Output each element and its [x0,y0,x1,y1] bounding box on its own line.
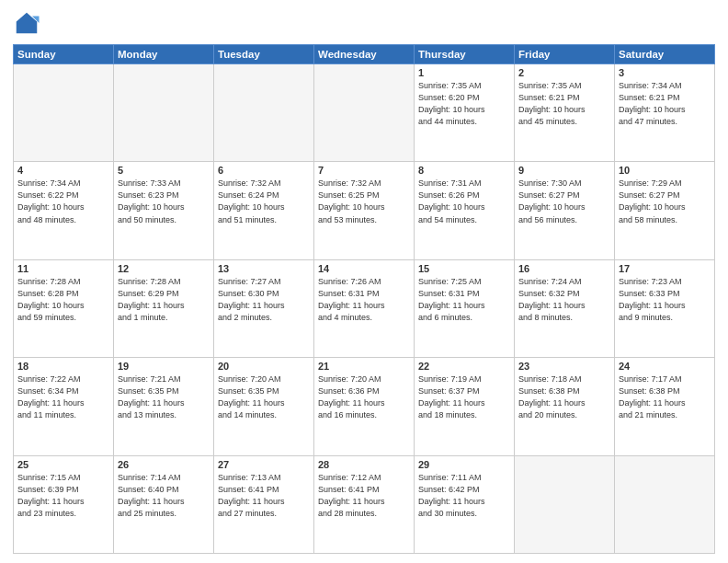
day-number: 10 [619,165,711,176]
logo-icon [13,9,40,37]
header-row: SundayMondayTuesdayWednesdayThursdayFrid… [14,45,715,64]
calendar-cell: 3Sunrise: 7:34 AM Sunset: 6:21 PM Daylig… [615,64,715,162]
weekday-header: Sunday [14,45,114,64]
calendar-week-row: 18Sunrise: 7:22 AM Sunset: 6:34 PM Dayli… [14,358,715,455]
calendar-cell: 27Sunrise: 7:13 AM Sunset: 6:41 PM Dayli… [214,455,314,553]
calendar-week-row: 4Sunrise: 7:34 AM Sunset: 6:22 PM Daylig… [14,162,715,259]
day-info: Sunrise: 7:30 AM Sunset: 6:27 PM Dayligh… [518,178,610,225]
calendar-cell: 1Sunrise: 7:35 AM Sunset: 6:20 PM Daylig… [415,64,515,162]
calendar-cell: 18Sunrise: 7:22 AM Sunset: 6:34 PM Dayli… [14,358,114,455]
weekday-header: Monday [114,45,214,64]
day-info: Sunrise: 7:26 AM Sunset: 6:31 PM Dayligh… [318,276,410,324]
calendar-week-row: 11Sunrise: 7:28 AM Sunset: 6:28 PM Dayli… [14,259,715,357]
day-info: Sunrise: 7:21 AM Sunset: 6:35 PM Dayligh… [118,373,210,421]
calendar-cell: 15Sunrise: 7:25 AM Sunset: 6:31 PM Dayli… [415,259,515,357]
calendar-body: 1Sunrise: 7:35 AM Sunset: 6:20 PM Daylig… [14,64,715,554]
calendar-cell [314,64,415,162]
day-info: Sunrise: 7:34 AM Sunset: 6:22 PM Dayligh… [17,178,109,225]
day-number: 16 [518,263,610,274]
day-number: 18 [17,361,109,372]
day-info: Sunrise: 7:35 AM Sunset: 6:20 PM Dayligh… [418,80,510,128]
calendar-cell: 25Sunrise: 7:15 AM Sunset: 6:39 PM Dayli… [14,455,114,553]
day-number: 2 [518,67,610,78]
calendar-cell: 20Sunrise: 7:20 AM Sunset: 6:35 PM Dayli… [214,358,314,455]
day-number: 26 [118,459,210,470]
day-info: Sunrise: 7:17 AM Sunset: 6:38 PM Dayligh… [619,373,711,421]
day-number: 6 [218,165,310,176]
calendar-cell [214,64,314,162]
day-info: Sunrise: 7:28 AM Sunset: 6:28 PM Dayligh… [17,276,109,324]
day-info: Sunrise: 7:22 AM Sunset: 6:34 PM Dayligh… [17,373,109,421]
day-number: 3 [619,67,711,78]
day-number: 24 [619,361,711,372]
calendar-cell: 16Sunrise: 7:24 AM Sunset: 6:32 PM Dayli… [515,259,615,357]
calendar-cell [515,455,615,553]
day-info: Sunrise: 7:29 AM Sunset: 6:27 PM Dayligh… [619,178,711,225]
calendar-cell: 14Sunrise: 7:26 AM Sunset: 6:31 PM Dayli… [314,259,415,357]
weekday-header: Friday [515,45,615,64]
calendar-cell: 26Sunrise: 7:14 AM Sunset: 6:40 PM Dayli… [114,455,214,553]
day-info: Sunrise: 7:33 AM Sunset: 6:23 PM Dayligh… [118,178,210,225]
calendar-cell: 29Sunrise: 7:11 AM Sunset: 6:42 PM Dayli… [415,455,515,553]
calendar-cell: 2Sunrise: 7:35 AM Sunset: 6:21 PM Daylig… [515,64,615,162]
day-info: Sunrise: 7:14 AM Sunset: 6:40 PM Dayligh… [118,472,210,520]
svg-marker-0 [17,13,38,34]
day-info: Sunrise: 7:23 AM Sunset: 6:33 PM Dayligh… [619,276,711,324]
weekday-header: Tuesday [214,45,314,64]
calendar-cell: 7Sunrise: 7:32 AM Sunset: 6:25 PM Daylig… [314,162,415,259]
day-number: 22 [418,361,510,372]
day-info: Sunrise: 7:24 AM Sunset: 6:32 PM Dayligh… [518,276,610,324]
calendar-table: SundayMondayTuesdayWednesdayThursdayFrid… [13,44,715,554]
calendar-cell: 17Sunrise: 7:23 AM Sunset: 6:33 PM Dayli… [615,259,715,357]
calendar-week-row: 1Sunrise: 7:35 AM Sunset: 6:20 PM Daylig… [14,64,715,162]
calendar-week-row: 25Sunrise: 7:15 AM Sunset: 6:39 PM Dayli… [14,455,715,553]
day-number: 27 [218,459,310,470]
day-info: Sunrise: 7:20 AM Sunset: 6:35 PM Dayligh… [218,373,310,421]
day-info: Sunrise: 7:34 AM Sunset: 6:21 PM Dayligh… [619,80,711,128]
calendar-cell: 23Sunrise: 7:18 AM Sunset: 6:38 PM Dayli… [515,358,615,455]
day-number: 23 [518,361,610,372]
day-number: 15 [418,263,510,274]
logo [13,9,44,37]
day-number: 17 [619,263,711,274]
calendar-cell: 8Sunrise: 7:31 AM Sunset: 6:26 PM Daylig… [415,162,515,259]
day-number: 4 [17,165,109,176]
day-info: Sunrise: 7:32 AM Sunset: 6:25 PM Dayligh… [318,178,410,225]
day-number: 9 [518,165,610,176]
day-info: Sunrise: 7:13 AM Sunset: 6:41 PM Dayligh… [218,472,310,520]
day-info: Sunrise: 7:11 AM Sunset: 6:42 PM Dayligh… [418,472,510,520]
calendar-cell: 12Sunrise: 7:28 AM Sunset: 6:29 PM Dayli… [114,259,214,357]
day-info: Sunrise: 7:25 AM Sunset: 6:31 PM Dayligh… [418,276,510,324]
calendar-cell: 11Sunrise: 7:28 AM Sunset: 6:28 PM Dayli… [14,259,114,357]
header [13,9,715,37]
calendar-cell [114,64,214,162]
day-number: 12 [118,263,210,274]
day-number: 8 [418,165,510,176]
calendar-header: SundayMondayTuesdayWednesdayThursdayFrid… [14,45,715,64]
day-info: Sunrise: 7:28 AM Sunset: 6:29 PM Dayligh… [118,276,210,324]
day-number: 14 [318,263,410,274]
day-number: 28 [318,459,410,470]
calendar-cell [14,64,114,162]
day-info: Sunrise: 7:35 AM Sunset: 6:21 PM Dayligh… [518,80,610,128]
calendar-cell: 19Sunrise: 7:21 AM Sunset: 6:35 PM Dayli… [114,358,214,455]
day-number: 29 [418,459,510,470]
day-info: Sunrise: 7:12 AM Sunset: 6:41 PM Dayligh… [318,472,410,520]
day-number: 11 [17,263,109,274]
page: SundayMondayTuesdayWednesdayThursdayFrid… [0,0,728,563]
day-number: 19 [118,361,210,372]
day-info: Sunrise: 7:31 AM Sunset: 6:26 PM Dayligh… [418,178,510,225]
day-number: 25 [17,459,109,470]
day-number: 7 [318,165,410,176]
calendar-cell: 28Sunrise: 7:12 AM Sunset: 6:41 PM Dayli… [314,455,415,553]
day-info: Sunrise: 7:15 AM Sunset: 6:39 PM Dayligh… [17,472,109,520]
day-info: Sunrise: 7:18 AM Sunset: 6:38 PM Dayligh… [518,373,610,421]
day-number: 21 [318,361,410,372]
day-number: 20 [218,361,310,372]
weekday-header: Wednesday [314,45,415,64]
calendar-cell: 10Sunrise: 7:29 AM Sunset: 6:27 PM Dayli… [615,162,715,259]
day-info: Sunrise: 7:27 AM Sunset: 6:30 PM Dayligh… [218,276,310,324]
calendar-cell: 22Sunrise: 7:19 AM Sunset: 6:37 PM Dayli… [415,358,515,455]
calendar-cell: 9Sunrise: 7:30 AM Sunset: 6:27 PM Daylig… [515,162,615,259]
calendar-cell: 6Sunrise: 7:32 AM Sunset: 6:24 PM Daylig… [214,162,314,259]
